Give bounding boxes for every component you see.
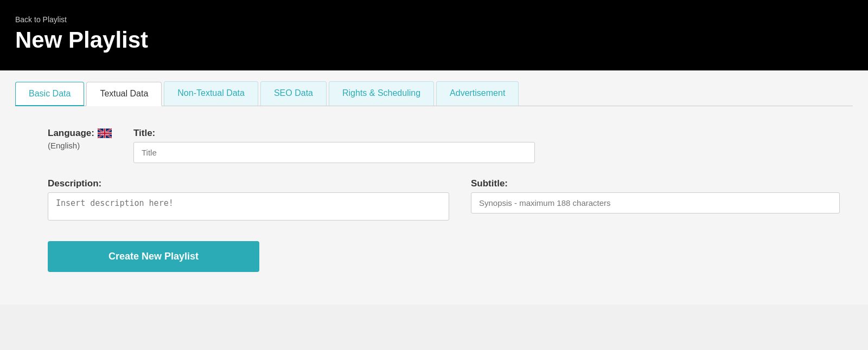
language-label-text: Language: (48, 128, 94, 139)
tab-seo-data[interactable]: SEO Data (260, 81, 327, 106)
tab-advertisement[interactable]: Advertisement (436, 81, 519, 106)
tab-non-textual-data[interactable]: Non-Textual Data (164, 81, 258, 106)
form-area: Language: (English) Title: (15, 122, 853, 283)
description-textarea[interactable] (48, 192, 449, 221)
title-label: Title: (133, 128, 535, 139)
form-row-language-title: Language: (English) Title: (48, 128, 820, 163)
subtitle-label: Subtitle: (471, 178, 840, 189)
language-field-group: Language: (English) (48, 128, 112, 150)
uk-flag-icon (98, 128, 112, 138)
tab-rights-scheduling[interactable]: Rights & Scheduling (329, 81, 434, 106)
create-playlist-button[interactable]: Create New Playlist (48, 241, 259, 272)
back-link[interactable]: Back to Playlist (15, 15, 853, 24)
language-name: (English) (48, 141, 112, 150)
header: Back to Playlist New Playlist (0, 0, 868, 70)
language-label: Language: (48, 128, 112, 139)
title-input[interactable] (133, 142, 535, 163)
tab-basic-data[interactable]: Basic Data (15, 82, 84, 106)
tab-textual-data[interactable]: Textual Data (86, 82, 162, 106)
title-field-group: Title: (133, 128, 535, 163)
description-label: Description: (48, 178, 449, 189)
subtitle-input[interactable] (471, 192, 840, 213)
page-title: New Playlist (15, 27, 853, 53)
tab-bar: Basic Data Textual Data Non-Textual Data… (15, 81, 853, 106)
subtitle-field-group: Subtitle: (471, 178, 840, 213)
main-content: Basic Data Textual Data Non-Textual Data… (0, 70, 868, 304)
description-field-group: Description: (48, 178, 449, 221)
form-row-desc-subtitle: Description: Subtitle: (48, 178, 820, 221)
